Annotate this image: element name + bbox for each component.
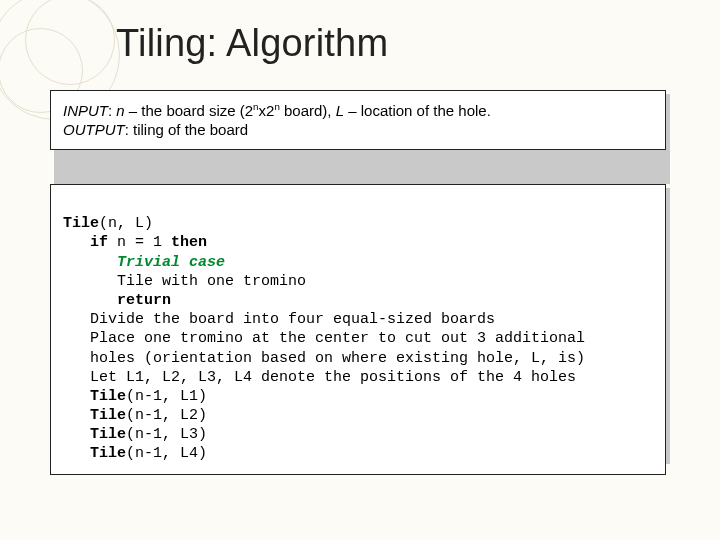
code-kw-return: return [117,292,171,309]
input-var-l: L [336,102,344,119]
input-text-1: – the board size (2 [125,102,253,119]
code-kw-tile-4: Tile [90,445,126,462]
code-kw-then: then [171,234,207,251]
code-l8: holes (orientation based on where existi… [90,350,585,367]
code-l9: Let L1, L2, L3, L4 denote the positions … [90,369,576,386]
code-l4: Tile with one tromino [117,273,306,290]
input-text-x: x2 [259,102,275,119]
code-kw-tile-1: Tile [90,388,126,405]
code-kw-tile: Tile [63,215,99,232]
code-comment-trivial: Trivial case [117,254,225,271]
code-kw-tile-3: Tile [90,426,126,443]
input-text-board: board), [280,102,336,119]
input-var-n: n [116,102,124,119]
code-l13b: (n-1, L4) [126,445,207,462]
code-panel: Tile(n, L) if n = 1 then Trivial case Ti… [50,184,666,475]
code-l2b: n = 1 [108,234,171,251]
code-kw-if: if [90,234,108,251]
input-label: INPUT [63,102,108,119]
code-l12b: (n-1, L3) [126,426,207,443]
input-text-rest: – location of the hole. [344,102,491,119]
spec-output-line: OUTPUT: tiling of the board [63,120,653,139]
code-kw-tile-2: Tile [90,407,126,424]
code-l11b: (n-1, L2) [126,407,207,424]
code-l7: Place one tromino at the center to cut o… [90,330,585,347]
code-l6: Divide the board into four equal-sized b… [90,311,495,328]
spec-panel: INPUT: n – the board size (2nx2n board),… [50,90,666,150]
output-label: OUTPUT [63,121,125,138]
output-text: : tiling of the board [125,121,248,138]
spec-input-line: INPUT: n – the board size (2nx2n board),… [63,101,653,120]
slide-title: Tiling: Algorithm [116,22,388,65]
code-l1b: (n, L) [99,215,153,232]
code-l10b: (n-1, L1) [126,388,207,405]
